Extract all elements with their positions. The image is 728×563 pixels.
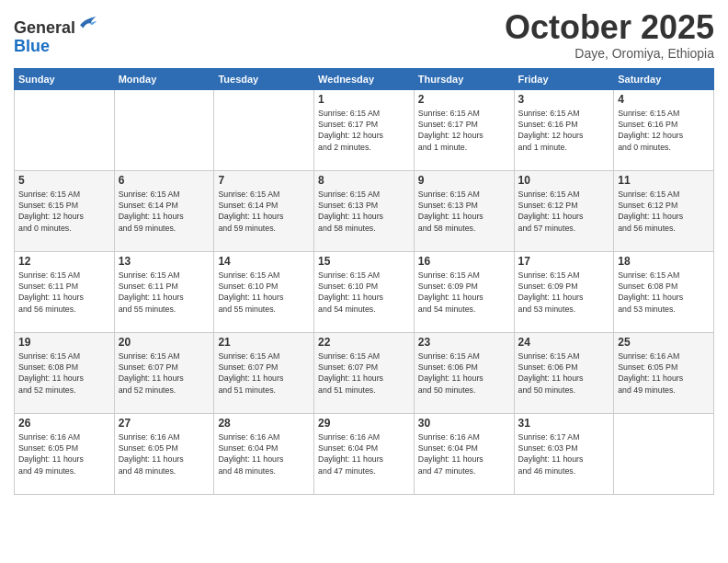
calendar-cell: 10Sunrise: 6:15 AM Sunset: 6:12 PM Dayli… (514, 170, 614, 251)
day-number: 21 (218, 336, 310, 349)
calendar-cell: 18Sunrise: 6:15 AM Sunset: 6:08 PM Dayli… (614, 251, 714, 332)
calendar-cell: 29Sunrise: 6:16 AM Sunset: 6:04 PM Dayli… (314, 413, 415, 494)
day-number: 27 (119, 417, 210, 430)
column-header-tuesday: Tuesday (214, 68, 314, 89)
column-header-sunday: Sunday (15, 68, 115, 89)
calendar-cell: 31Sunrise: 6:17 AM Sunset: 6:03 PM Dayli… (514, 413, 614, 494)
calendar-cell: 12Sunrise: 6:15 AM Sunset: 6:11 PM Dayli… (15, 251, 115, 332)
calendar-cell: 23Sunrise: 6:15 AM Sunset: 6:06 PM Dayli… (414, 332, 514, 413)
calendar-cell: 2Sunrise: 6:15 AM Sunset: 6:17 PM Daylig… (414, 89, 514, 170)
day-info: Sunrise: 6:16 AM Sunset: 6:04 PM Dayligh… (418, 431, 510, 477)
day-info: Sunrise: 6:15 AM Sunset: 6:07 PM Dayligh… (218, 350, 310, 396)
day-info: Sunrise: 6:15 AM Sunset: 6:09 PM Dayligh… (518, 270, 610, 315)
day-number: 24 (518, 336, 610, 349)
day-info: Sunrise: 6:16 AM Sunset: 6:05 PM Dayligh… (119, 431, 210, 477)
calendar-cell: 27Sunrise: 6:16 AM Sunset: 6:05 PM Dayli… (114, 413, 214, 494)
calendar-cell: 20Sunrise: 6:15 AM Sunset: 6:07 PM Dayli… (114, 332, 214, 413)
day-number: 18 (618, 255, 710, 268)
day-info: Sunrise: 6:17 AM Sunset: 6:03 PM Dayligh… (518, 431, 610, 477)
day-info: Sunrise: 6:15 AM Sunset: 6:07 PM Dayligh… (318, 350, 410, 396)
page-container: General Blue October 2025 Daye, Oromiya,… (0, 0, 728, 563)
day-info: Sunrise: 6:15 AM Sunset: 6:08 PM Dayligh… (618, 270, 710, 315)
calendar-cell: 26Sunrise: 6:16 AM Sunset: 6:05 PM Dayli… (15, 413, 115, 494)
calendar-cell (214, 89, 314, 170)
calendar-cell: 17Sunrise: 6:15 AM Sunset: 6:09 PM Dayli… (514, 251, 614, 332)
logo: General Blue (14, 13, 97, 56)
calendar-cell: 25Sunrise: 6:16 AM Sunset: 6:05 PM Dayli… (614, 332, 714, 413)
calendar-cell: 3Sunrise: 6:15 AM Sunset: 6:16 PM Daylig… (514, 89, 614, 170)
calendar-cell: 6Sunrise: 6:15 AM Sunset: 6:14 PM Daylig… (114, 170, 214, 251)
calendar-cell: 30Sunrise: 6:16 AM Sunset: 6:04 PM Dayli… (414, 413, 514, 494)
day-info: Sunrise: 6:15 AM Sunset: 6:15 PM Dayligh… (18, 189, 110, 234)
day-number: 17 (518, 255, 610, 268)
calendar-cell (614, 413, 714, 494)
day-info: Sunrise: 6:15 AM Sunset: 6:13 PM Dayligh… (318, 189, 410, 234)
day-info: Sunrise: 6:15 AM Sunset: 6:10 PM Dayligh… (318, 270, 410, 315)
day-info: Sunrise: 6:15 AM Sunset: 6:11 PM Dayligh… (18, 270, 110, 315)
title-area: October 2025 Daye, Oromiya, Ethiopia (505, 9, 714, 61)
day-info: Sunrise: 6:15 AM Sunset: 6:14 PM Dayligh… (218, 189, 310, 234)
calendar-cell: 16Sunrise: 6:15 AM Sunset: 6:09 PM Dayli… (414, 251, 514, 332)
day-info: Sunrise: 6:15 AM Sunset: 6:06 PM Dayligh… (518, 350, 610, 396)
calendar-week-4: 19Sunrise: 6:15 AM Sunset: 6:08 PM Dayli… (15, 332, 714, 413)
day-info: Sunrise: 6:15 AM Sunset: 6:17 PM Dayligh… (318, 108, 410, 153)
day-info: Sunrise: 6:15 AM Sunset: 6:13 PM Dayligh… (418, 189, 510, 234)
day-info: Sunrise: 6:15 AM Sunset: 6:06 PM Dayligh… (418, 350, 510, 396)
calendar-cell: 15Sunrise: 6:15 AM Sunset: 6:10 PM Dayli… (314, 251, 415, 332)
calendar-cell: 11Sunrise: 6:15 AM Sunset: 6:12 PM Dayli… (614, 170, 714, 251)
day-number: 2 (418, 93, 510, 106)
day-info: Sunrise: 6:15 AM Sunset: 6:08 PM Dayligh… (18, 350, 110, 396)
day-info: Sunrise: 6:15 AM Sunset: 6:07 PM Dayligh… (119, 350, 210, 396)
column-header-saturday: Saturday (614, 68, 714, 89)
logo-general-text: General (14, 18, 75, 37)
day-info: Sunrise: 6:15 AM Sunset: 6:11 PM Dayligh… (119, 270, 210, 315)
calendar-cell: 7Sunrise: 6:15 AM Sunset: 6:14 PM Daylig… (214, 170, 314, 251)
calendar-cell: 14Sunrise: 6:15 AM Sunset: 6:10 PM Dayli… (214, 251, 314, 332)
day-number: 7 (218, 174, 310, 187)
calendar-cell: 24Sunrise: 6:15 AM Sunset: 6:06 PM Dayli… (514, 332, 614, 413)
day-info: Sunrise: 6:15 AM Sunset: 6:12 PM Dayligh… (518, 189, 610, 234)
day-info: Sunrise: 6:16 AM Sunset: 6:04 PM Dayligh… (218, 431, 310, 477)
calendar-cell: 9Sunrise: 6:15 AM Sunset: 6:13 PM Daylig… (414, 170, 514, 251)
day-number: 23 (418, 336, 510, 349)
day-number: 22 (318, 336, 410, 349)
day-number: 16 (418, 255, 510, 268)
day-info: Sunrise: 6:15 AM Sunset: 6:14 PM Dayligh… (119, 189, 210, 234)
column-header-friday: Friday (514, 68, 614, 89)
day-number: 28 (218, 417, 310, 430)
column-header-wednesday: Wednesday (314, 68, 415, 89)
calendar-cell (15, 89, 115, 170)
calendar-header-row: SundayMondayTuesdayWednesdayThursdayFrid… (15, 68, 714, 89)
calendar-cell: 21Sunrise: 6:15 AM Sunset: 6:07 PM Dayli… (214, 332, 314, 413)
day-number: 31 (518, 417, 610, 430)
day-info: Sunrise: 6:15 AM Sunset: 6:16 PM Dayligh… (518, 108, 610, 153)
column-header-monday: Monday (114, 68, 214, 89)
day-number: 11 (618, 174, 710, 187)
day-number: 9 (418, 174, 510, 187)
calendar-week-1: 1Sunrise: 6:15 AM Sunset: 6:17 PM Daylig… (15, 89, 714, 170)
day-info: Sunrise: 6:16 AM Sunset: 6:05 PM Dayligh… (18, 431, 110, 477)
day-number: 5 (18, 174, 110, 187)
calendar-cell: 19Sunrise: 6:15 AM Sunset: 6:08 PM Dayli… (15, 332, 115, 413)
calendar-cell: 28Sunrise: 6:16 AM Sunset: 6:04 PM Dayli… (214, 413, 314, 494)
day-info: Sunrise: 6:15 AM Sunset: 6:12 PM Dayligh… (618, 189, 710, 234)
day-info: Sunrise: 6:15 AM Sunset: 6:16 PM Dayligh… (618, 108, 710, 153)
day-info: Sunrise: 6:16 AM Sunset: 6:05 PM Dayligh… (618, 350, 710, 396)
day-number: 13 (119, 255, 210, 268)
day-number: 14 (218, 255, 310, 268)
day-info: Sunrise: 6:16 AM Sunset: 6:04 PM Dayligh… (318, 431, 410, 477)
calendar-week-3: 12Sunrise: 6:15 AM Sunset: 6:11 PM Dayli… (15, 251, 714, 332)
calendar-cell: 4Sunrise: 6:15 AM Sunset: 6:16 PM Daylig… (614, 89, 714, 170)
day-info: Sunrise: 6:15 AM Sunset: 6:17 PM Dayligh… (418, 108, 510, 153)
calendar-table: SundayMondayTuesdayWednesdayThursdayFrid… (14, 68, 714, 495)
day-number: 8 (318, 174, 410, 187)
location-subtitle: Daye, Oromiya, Ethiopia (505, 46, 714, 61)
month-title: October 2025 (505, 9, 714, 46)
day-number: 4 (618, 93, 710, 106)
day-number: 3 (518, 93, 610, 106)
calendar-cell: 13Sunrise: 6:15 AM Sunset: 6:11 PM Dayli… (114, 251, 214, 332)
day-number: 12 (18, 255, 110, 268)
calendar-cell: 8Sunrise: 6:15 AM Sunset: 6:13 PM Daylig… (314, 170, 415, 251)
header: General Blue October 2025 Daye, Oromiya,… (14, 9, 714, 61)
calendar-cell (114, 89, 214, 170)
